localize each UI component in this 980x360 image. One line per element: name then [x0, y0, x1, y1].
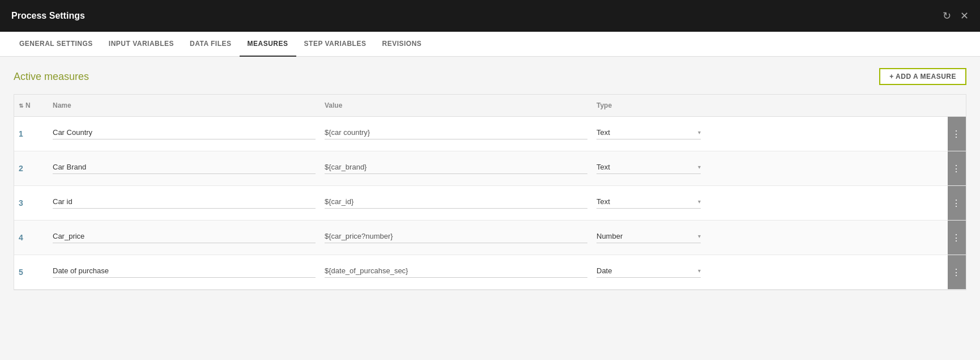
row-2-num: 2	[14, 158, 48, 179]
row-4-name: Car_price	[48, 226, 320, 249]
col-value: Value	[320, 99, 592, 112]
row-1-value: ${car country}	[320, 122, 592, 145]
table-row: 3 Car id ${car_id} Text ▾ ⋮	[14, 186, 966, 221]
col-menu	[948, 99, 966, 112]
section-header: Active measures + ADD A MEASURE	[14, 68, 966, 85]
row-2-type: Text ▾	[592, 157, 705, 180]
row-3-type: Text ▾	[592, 192, 705, 214]
row-3-menu-button[interactable]: ⋮	[948, 186, 966, 220]
add-measure-button[interactable]: + ADD A MEASURE	[879, 68, 966, 85]
table-row: 4 Car_price ${car_price?number} Number ▾…	[14, 221, 966, 255]
chevron-down-icon: ▾	[698, 233, 701, 239]
row-2-name: Car Brand	[48, 157, 320, 180]
row-4-spacer	[705, 232, 948, 243]
tab-general-settings[interactable]: GENERAL SETTINGS	[11, 32, 101, 57]
row-3-spacer	[705, 197, 948, 209]
row-1-spacer	[705, 128, 948, 139]
app-header: Process Settings ↻ ✕	[0, 0, 980, 32]
row-5-menu-button[interactable]: ⋮	[948, 255, 966, 289]
row-1-menu-button[interactable]: ⋮	[948, 117, 966, 151]
refresh-icon[interactable]: ↻	[943, 10, 951, 22]
table-row: 1 Car Country ${car country} Text ▾ ⋮	[14, 117, 966, 151]
table-row: 5 Date of purchase ${date_of_purcahse_se…	[14, 255, 966, 290]
tab-data-files[interactable]: DATA FILES	[182, 32, 239, 57]
row-5-num: 5	[14, 262, 48, 282]
row-5-value: ${date_of_purcahse_sec}	[320, 261, 592, 283]
row-5-name: Date of purchase	[48, 261, 320, 283]
row-3-num: 3	[14, 193, 48, 213]
row-2-value: ${car_brand}	[320, 157, 592, 180]
header-actions: ↻ ✕	[943, 10, 969, 22]
tab-revisions[interactable]: REVISIONS	[374, 32, 429, 57]
main-content: Active measures + ADD A MEASURE ⇅ N Name…	[0, 57, 980, 360]
chevron-down-icon: ▾	[698, 198, 701, 205]
row-2-spacer	[705, 163, 948, 174]
table-header: ⇅ N Name Value Type	[14, 95, 966, 117]
tab-bar: GENERAL SETTINGS INPUT VARIABLES DATA FI…	[0, 32, 980, 57]
row-3-value: ${car_id}	[320, 192, 592, 214]
row-4-num: 4	[14, 227, 48, 248]
tab-measures[interactable]: MEASURES	[240, 32, 296, 57]
row-5-type: Date ▾	[592, 261, 705, 283]
measures-table: ⇅ N Name Value Type 1 Car Country ${car …	[14, 94, 966, 290]
row-5-spacer	[705, 266, 948, 278]
row-1-name: Car Country	[48, 122, 320, 145]
row-1-num: 1	[14, 124, 48, 144]
col-type: Type	[592, 99, 705, 112]
section-title: Active measures	[14, 71, 89, 83]
col-sort: ⇅ N	[14, 99, 48, 112]
close-icon[interactable]: ✕	[960, 10, 969, 22]
row-2-menu-button[interactable]: ⋮	[948, 151, 966, 185]
col-name: Name	[48, 99, 320, 112]
col-actions	[705, 99, 948, 112]
chevron-down-icon: ▾	[698, 164, 701, 170]
app-title: Process Settings	[11, 11, 85, 21]
row-1-type: Text ▾	[592, 122, 705, 145]
row-4-menu-button[interactable]: ⋮	[948, 221, 966, 255]
row-4-value: ${car_price?number}	[320, 226, 592, 249]
chevron-down-icon: ▾	[698, 268, 701, 274]
chevron-down-icon: ▾	[698, 129, 701, 135]
tab-step-variables[interactable]: STEP VARIABLES	[296, 32, 374, 57]
sort-icon: ⇅	[19, 103, 23, 109]
row-3-name: Car id	[48, 192, 320, 214]
tab-input-variables[interactable]: INPUT VARIABLES	[101, 32, 182, 57]
table-row: 2 Car Brand ${car_brand} Text ▾ ⋮	[14, 151, 966, 186]
row-4-type: Number ▾	[592, 226, 705, 249]
